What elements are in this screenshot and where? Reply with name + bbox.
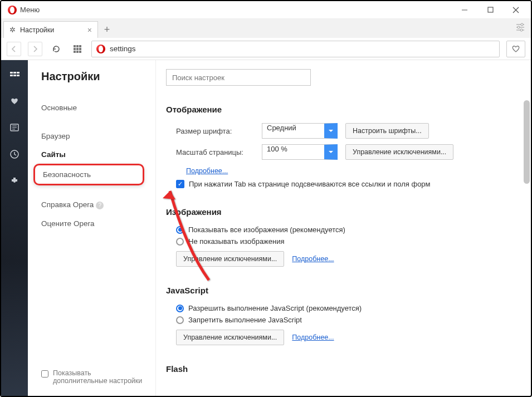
js-more-link[interactable]: Подробнее... <box>292 334 334 341</box>
sidebar-item-security[interactable]: Безопасность <box>43 165 143 184</box>
help-icon: ? <box>96 202 104 209</box>
back-button[interactable] <box>7 42 21 56</box>
settings-sidebar: Настройки Основные Браузер Сайты Безопас… <box>28 60 156 396</box>
sidebar-item-sites[interactable]: Сайты <box>41 145 155 164</box>
menu-label[interactable]: Меню <box>20 6 40 14</box>
svg-rect-24 <box>17 75 19 76</box>
reload-button[interactable] <box>49 42 64 56</box>
maximize-button[interactable] <box>477 1 503 19</box>
tab-settings[interactable]: ✲ Настройки × <box>3 21 98 38</box>
js-deny-radio[interactable]: Запретить выполнение JavaScript <box>166 316 515 324</box>
page-zoom-label: Масштаб страницы: <box>176 148 254 156</box>
sidebar-item-browser[interactable]: Браузер <box>41 127 155 145</box>
new-tab-button[interactable]: + <box>98 21 116 38</box>
sidebar-item-help[interactable]: Справка Opera? <box>41 195 155 214</box>
svg-rect-18 <box>79 51 81 53</box>
svg-rect-11 <box>76 45 79 47</box>
display-more-link[interactable]: Подробнее... <box>186 167 228 175</box>
radio-checked-icon <box>176 226 184 234</box>
js-exceptions-button[interactable]: Управление исключениями... <box>176 330 284 345</box>
svg-point-9 <box>520 29 523 31</box>
section-display: Отображение Размер шрифта: Средний Настр… <box>166 105 515 188</box>
advanced-checkbox-input[interactable] <box>41 370 48 378</box>
svg-rect-23 <box>13 75 16 76</box>
svg-rect-12 <box>79 45 81 47</box>
easy-setup-icon[interactable] <box>515 22 525 35</box>
page-zoom-select[interactable]: 100 % <box>262 144 338 160</box>
extensions-nav-icon[interactable] <box>8 175 21 187</box>
section-title-javascript: JavaScript <box>166 286 515 295</box>
images-hide-all-radio[interactable]: Не показывать изображения <box>166 237 515 246</box>
advanced-settings-checkbox[interactable]: Показывать дополнительные настройки <box>41 369 155 385</box>
svg-point-7 <box>521 23 523 26</box>
search-settings-input[interactable] <box>166 69 311 86</box>
radio-checked-icon <box>176 305 184 312</box>
svg-rect-20 <box>13 72 16 73</box>
sidebar-item-rate[interactable]: Оцените Opera <box>41 214 155 233</box>
section-title-images: Изображения <box>166 207 515 217</box>
images-exceptions-button[interactable]: Управление исключениями... <box>176 251 284 267</box>
bookmarks-nav-icon[interactable] <box>8 95 21 107</box>
images-more-link[interactable]: Подробнее... <box>292 255 334 263</box>
settings-content: Отображение Размер шрифта: Средний Настр… <box>156 60 531 396</box>
font-size-label: Размер шрифта: <box>176 127 254 135</box>
svg-rect-16 <box>74 51 76 53</box>
radio-unchecked-icon <box>176 238 184 246</box>
sidebar-item-basic[interactable]: Основные <box>41 99 155 117</box>
zoom-exceptions-button[interactable]: Управление исключениями... <box>345 144 453 160</box>
scrollbar-thumb[interactable] <box>524 100 530 184</box>
customize-fonts-button[interactable]: Настроить шрифты... <box>345 123 429 139</box>
tab-highlight-label: При нажатии Tab на странице подсвечивают… <box>189 180 431 188</box>
section-flash: Flash <box>166 364 515 374</box>
tab-bar: ✲ Настройки × + <box>1 19 531 38</box>
advanced-checkbox-label: Показывать дополнительные настройки <box>53 369 144 385</box>
tab-close-button[interactable]: × <box>87 26 92 35</box>
svg-rect-1 <box>488 7 493 12</box>
gear-icon: ✲ <box>9 26 16 34</box>
svg-rect-15 <box>79 48 81 50</box>
section-javascript: JavaScript Разрешить выполнение JavaScri… <box>166 286 515 345</box>
page-title: Настройки <box>41 70 155 83</box>
history-nav-icon[interactable] <box>8 148 21 160</box>
url-field[interactable]: settings <box>91 41 500 57</box>
url-text: settings <box>110 45 495 53</box>
speed-dial-icon[interactable] <box>70 42 85 56</box>
window-titlebar: Меню <box>1 1 531 19</box>
font-size-select[interactable]: Средний <box>262 123 338 139</box>
tab-highlight-checkbox[interactable]: ✓ <box>176 180 184 188</box>
svg-point-8 <box>518 26 520 28</box>
tab-title: Настройки <box>20 26 54 34</box>
bookmark-heart-button[interactable] <box>506 41 525 57</box>
svg-rect-22 <box>10 75 13 76</box>
left-icon-bar <box>1 60 28 396</box>
opera-logo-icon <box>8 6 17 14</box>
opera-badge-icon <box>96 45 105 53</box>
svg-rect-19 <box>10 72 13 73</box>
svg-rect-17 <box>76 51 79 53</box>
minimize-button[interactable] <box>452 1 477 19</box>
images-show-all-radio[interactable]: Показывать все изображения (рекомендуетс… <box>166 226 515 234</box>
scrollbar[interactable] <box>524 100 530 200</box>
speed-dial-nav-icon[interactable] <box>8 68 21 80</box>
close-button[interactable] <box>503 1 529 19</box>
address-bar: settings <box>1 38 531 60</box>
js-allow-radio[interactable]: Разрешить выполнение JavaScript (рекомен… <box>166 304 515 312</box>
section-title-flash: Flash <box>166 364 515 374</box>
svg-rect-10 <box>74 45 76 47</box>
radio-unchecked-icon <box>176 316 184 324</box>
svg-rect-13 <box>74 48 76 50</box>
section-images: Изображения Показывать все изображения (… <box>166 207 515 267</box>
section-title-display: Отображение <box>166 105 515 114</box>
svg-rect-14 <box>76 48 79 50</box>
svg-rect-21 <box>17 72 19 73</box>
forward-button[interactable] <box>28 42 42 56</box>
news-nav-icon[interactable] <box>8 121 21 134</box>
